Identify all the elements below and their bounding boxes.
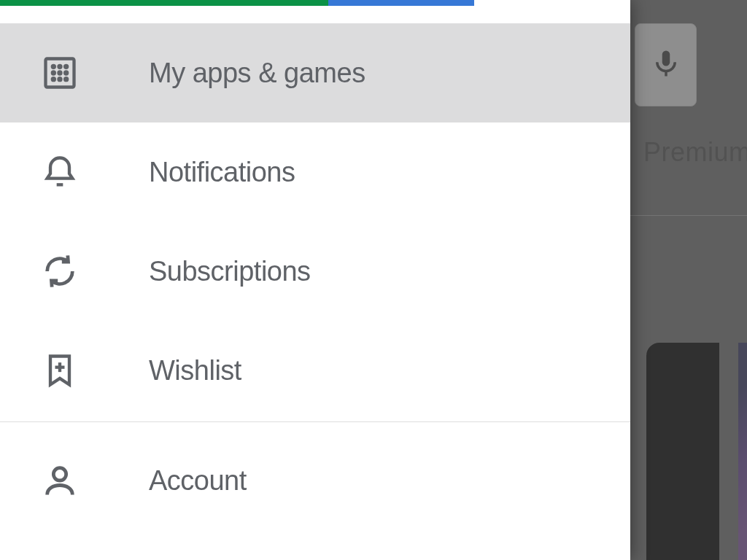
- bell-icon: [39, 152, 80, 192]
- svg-point-6: [58, 71, 61, 74]
- navigation-drawer: My apps & games Notifications Subscripti…: [0, 0, 630, 560]
- menu-divider: [0, 421, 630, 422]
- menu-item-my-apps-games[interactable]: My apps & games: [0, 23, 630, 122]
- svg-point-9: [58, 78, 61, 80]
- bookmark-plus-icon: [39, 350, 80, 391]
- svg-point-3: [58, 66, 61, 68]
- top-accent-bar: [0, 0, 474, 6]
- apps-grid-icon: [39, 52, 80, 93]
- menu-item-label: Account: [149, 465, 247, 497]
- svg-point-14: [53, 468, 66, 481]
- menu-item-notifications[interactable]: Notifications: [0, 122, 630, 222]
- menu-item-account[interactable]: Account: [0, 431, 630, 530]
- svg-point-7: [65, 71, 67, 74]
- svg-point-5: [53, 71, 55, 74]
- menu-item-label: Notifications: [149, 157, 295, 188]
- svg-point-4: [65, 66, 67, 68]
- svg-point-8: [53, 78, 55, 80]
- svg-point-2: [53, 66, 55, 68]
- menu-item-label: My apps & games: [149, 58, 365, 89]
- menu-item-label: Subscriptions: [149, 256, 311, 287]
- menu-item-subscriptions[interactable]: Subscriptions: [0, 222, 630, 321]
- menu-item-wishlist[interactable]: Wishlist: [0, 321, 630, 420]
- refresh-icon: [39, 251, 80, 292]
- svg-point-10: [65, 78, 67, 80]
- menu-item-label: Wishlist: [149, 355, 241, 386]
- person-icon: [39, 460, 80, 501]
